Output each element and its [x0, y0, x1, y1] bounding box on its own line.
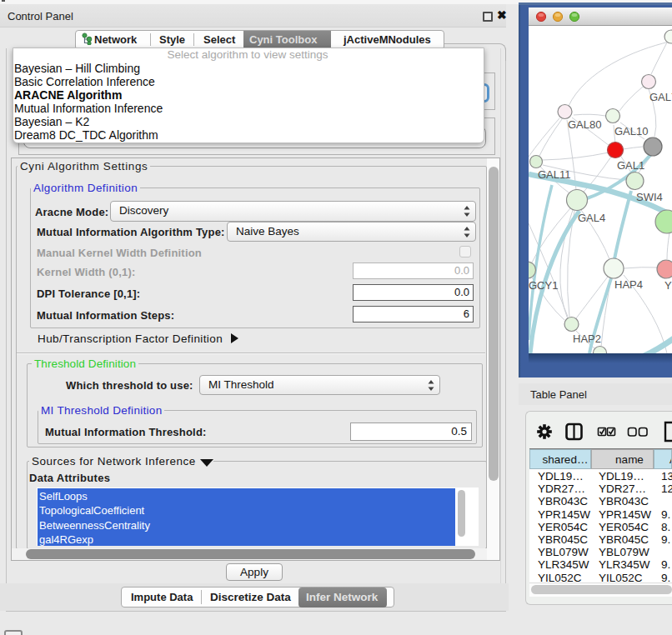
svg-text:HAP4: HAP4	[614, 278, 643, 291]
svg-text:Y: Y	[664, 279, 672, 292]
svg-text:SWI4: SWI4	[636, 191, 663, 203]
svg-text:GAL80: GAL80	[568, 118, 601, 131]
svg-text:GAL11: GAL11	[538, 168, 571, 181]
svg-text:GAL10: GAL10	[614, 125, 648, 138]
svg-text:GCY1: GCY1	[529, 279, 558, 292]
svg-text:HAP2: HAP2	[573, 332, 601, 345]
svg-text:GAL7: GAL7	[649, 91, 672, 103]
svg-text:GAL4: GAL4	[578, 212, 605, 224]
svg-text:GAL1: GAL1	[617, 159, 644, 172]
